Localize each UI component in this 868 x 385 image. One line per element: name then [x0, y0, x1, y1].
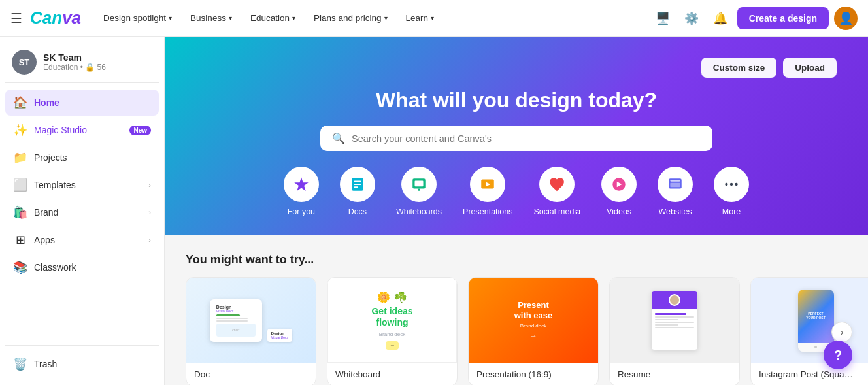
- team-info: SK Team Education • 🔒 56: [43, 52, 106, 72]
- top-nav: ☰ Canva Design spotlight ▾ Business ▾ Ed…: [0, 0, 868, 37]
- doc-card-image: Design Visual Docs chart: [186, 278, 316, 363]
- settings-icon-btn[interactable]: ⚙️: [680, 7, 703, 30]
- websites-icon-circle: [658, 167, 693, 202]
- svg-rect-11: [671, 180, 680, 182]
- notifications-icon-btn[interactable]: 🔔: [709, 7, 732, 30]
- nav-business[interactable]: Business ▾: [184, 9, 239, 27]
- nav-chevron-design: ▾: [169, 14, 172, 22]
- whiteboards-icon-circle: [401, 167, 437, 202]
- apps-icon: ⊞: [13, 233, 27, 247]
- presentations-icon-circle: [470, 167, 505, 202]
- classwork-icon: 📚: [13, 260, 27, 275]
- category-for-you[interactable]: For you: [284, 167, 319, 216]
- cards-row: Design Visual Docs chart: [186, 277, 847, 385]
- sidebar-bottom: 🗑️ Trash: [5, 345, 159, 377]
- hamburger-menu[interactable]: ☰: [10, 10, 22, 26]
- websites-label: Websites: [659, 207, 692, 216]
- sidebar-item-magic-studio[interactable]: ✨ Magic Studio New: [5, 117, 159, 143]
- svg-point-15: [735, 183, 738, 186]
- category-videos[interactable]: Videos: [601, 167, 637, 216]
- sidebar-magic-label: Magic Studio: [34, 125, 123, 135]
- hero-category-icons: For you Docs Whiteboards: [196, 167, 837, 222]
- category-docs[interactable]: Docs: [340, 167, 375, 216]
- hero-title: What will you design today?: [196, 88, 837, 112]
- card-whiteboard[interactable]: 🌼 ☘️ Get ideasflowing Brand deck → White…: [327, 277, 458, 385]
- sidebar-projects-label: Projects: [34, 152, 151, 163]
- sidebar-item-classwork[interactable]: 📚 Classwork: [5, 254, 159, 280]
- card-resume[interactable]: Resume: [609, 277, 740, 385]
- sidebar: ST SK Team Education • 🔒 56 🏠 Home ✨ Mag…: [0, 37, 165, 385]
- scroll-right-button[interactable]: ›: [831, 322, 852, 343]
- nav-education[interactable]: Education ▾: [244, 9, 302, 27]
- sidebar-item-brand[interactable]: 🛍️ Brand ›: [5, 199, 159, 226]
- home-icon: 🏠: [13, 95, 27, 110]
- whiteboard-card-label: Whiteboard: [327, 363, 457, 385]
- social-media-label: Social media: [534, 207, 581, 216]
- presentation-card-label: Presentation (16:9): [469, 363, 598, 385]
- sidebar-item-projects[interactable]: 📁 Projects: [5, 144, 159, 171]
- nav-learn[interactable]: Learn ▾: [399, 9, 441, 27]
- sidebar-item-apps[interactable]: ⊞ Apps ›: [5, 227, 159, 253]
- more-label: More: [722, 207, 741, 216]
- nav-plans-pricing[interactable]: Plans and pricing ▾: [307, 9, 394, 27]
- team-name: SK Team: [43, 52, 106, 63]
- team-avatar: ST: [12, 50, 37, 75]
- videos-icon-circle: [601, 167, 637, 202]
- whiteboard-card-image: 🌼 ☘️ Get ideasflowing Brand deck →: [327, 278, 457, 363]
- main-content: Custom size Upload What will you design …: [165, 37, 868, 385]
- category-whiteboards[interactable]: Whiteboards: [396, 167, 442, 216]
- svg-rect-12: [671, 183, 680, 188]
- nav-chevron-business: ▾: [229, 14, 232, 22]
- nav-education-label: Education: [250, 13, 290, 23]
- sidebar-item-home[interactable]: 🏠 Home: [5, 90, 159, 116]
- resume-card-image: [610, 278, 739, 363]
- nav-design-spotlight-label: Design spotlight: [103, 13, 166, 23]
- social-media-icon-circle: [539, 167, 575, 202]
- sidebar-home-label: Home: [34, 97, 151, 108]
- for-you-icon-circle: [284, 167, 319, 202]
- presentations-label: Presentations: [463, 207, 512, 216]
- brand-chevron: ›: [148, 209, 151, 216]
- sidebar-classwork-label: Classwork: [34, 262, 151, 273]
- more-icon-circle: [714, 167, 749, 202]
- custom-size-button[interactable]: Custom size: [701, 58, 777, 78]
- team-section: ST SK Team Education • 🔒 56: [5, 44, 159, 83]
- nav-business-label: Business: [190, 13, 226, 23]
- nav-plans-pricing-label: Plans and pricing: [314, 13, 382, 23]
- main-section: You might want to try... Design Visual D…: [165, 235, 868, 385]
- projects-icon: 📁: [13, 150, 27, 165]
- hero-top-buttons: Custom size Upload: [196, 58, 837, 78]
- create-design-button[interactable]: Create a design: [737, 7, 829, 29]
- card-presentation[interactable]: Presentwith ease Brand deck → Presentati…: [468, 277, 599, 385]
- docs-label: Docs: [348, 207, 367, 216]
- nav-chevron-learn: ▾: [431, 14, 434, 22]
- sidebar-trash-label: Trash: [34, 359, 151, 369]
- magic-studio-icon: ✨: [13, 123, 27, 137]
- nav-chevron-plans: ▾: [384, 14, 388, 22]
- sidebar-item-templates[interactable]: ⬜ Templates ›: [5, 172, 159, 198]
- user-avatar[interactable]: 👤: [834, 7, 858, 30]
- sidebar-apps-label: Apps: [34, 235, 142, 245]
- category-social-media[interactable]: Social media: [534, 167, 581, 216]
- resume-photo: [669, 294, 680, 306]
- svg-point-14: [730, 183, 733, 186]
- category-websites[interactable]: Websites: [658, 167, 693, 216]
- nav-design-spotlight[interactable]: Design spotlight ▾: [97, 9, 178, 27]
- search-icon: 🔍: [332, 132, 345, 144]
- help-button[interactable]: ?: [824, 341, 852, 369]
- canva-logo[interactable]: Canva: [30, 8, 81, 28]
- templates-icon: ⬜: [13, 178, 27, 192]
- for-you-label: For you: [288, 207, 315, 216]
- templates-chevron: ›: [148, 181, 151, 189]
- category-presentations[interactable]: Presentations: [463, 167, 512, 216]
- search-input[interactable]: [352, 133, 701, 144]
- presentation-card-image: Presentwith ease Brand deck →: [469, 278, 598, 363]
- nav-learn-label: Learn: [406, 13, 429, 23]
- sidebar-item-trash[interactable]: 🗑️ Trash: [5, 351, 159, 377]
- upload-button[interactable]: Upload: [783, 58, 837, 78]
- team-sub: Education • 🔒 56: [43, 63, 106, 72]
- monitor-icon-btn[interactable]: 🖥️: [651, 7, 675, 30]
- svg-rect-1: [354, 181, 361, 182]
- category-more[interactable]: More: [714, 167, 749, 216]
- card-doc[interactable]: Design Visual Docs chart: [186, 277, 316, 385]
